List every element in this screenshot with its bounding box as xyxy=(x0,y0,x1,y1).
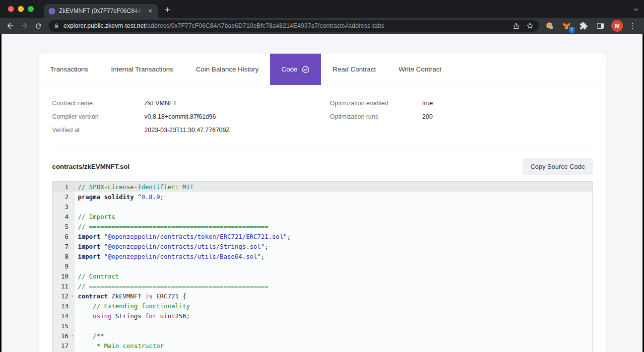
line-number[interactable]: 17 xyxy=(53,341,74,351)
code-line: 3 xyxy=(53,202,592,211)
minimize-window-button[interactable] xyxy=(18,6,24,12)
favicon xyxy=(48,7,56,15)
info-label: Contract name: xyxy=(52,100,144,107)
copy-source-code-button[interactable]: Copy Source Code xyxy=(522,158,593,175)
bookmark-star-icon[interactable] xyxy=(526,22,534,30)
line-number[interactable]: 5 xyxy=(53,221,74,231)
info-row: Verified at2023-03-23T11:30:47.776709Z xyxy=(52,123,330,137)
info-value: 200 xyxy=(422,113,433,120)
tab-label: Read Contract xyxy=(332,66,376,73)
section-divider xyxy=(52,147,593,147)
source-file-name: contracts/zkEVMNFT.sol xyxy=(52,163,129,170)
line-number[interactable]: 9 xyxy=(53,261,74,271)
code-line: 13 // Extending functionality xyxy=(53,301,592,311)
tab-label: Write Contract xyxy=(399,66,442,73)
address-card: TransactionsInternal TransactionsCoin Ba… xyxy=(39,54,606,352)
code-line: 1// SPDX-License-Identifier: MIT xyxy=(53,182,592,192)
url-domain: explorer.public.zkevm-test.net xyxy=(64,22,145,29)
reload-icon[interactable] xyxy=(32,19,45,32)
tab-code[interactable]: Code xyxy=(270,54,321,85)
code-line: 6import "@openzeppelin/contracts/token/E… xyxy=(53,231,592,241)
code-line: 9 xyxy=(53,261,592,271)
code-line: 5// ====================================… xyxy=(53,221,592,231)
browser-menu-icon[interactable]: ⋮ xyxy=(628,21,637,30)
line-number[interactable]: 7 xyxy=(53,241,74,251)
extension-icons: 1 M ⋮ xyxy=(544,20,637,32)
check-circle-icon xyxy=(302,66,310,73)
code-line: 7import "@openzeppelin/contracts/utils/S… xyxy=(53,241,592,251)
code-line: 11// ===================================… xyxy=(53,281,592,291)
line-number[interactable]: 11 xyxy=(53,281,74,291)
fold-caret-icon[interactable]: ▾ xyxy=(71,334,73,338)
line-number[interactable]: 13 xyxy=(53,301,74,311)
explorer-page: TransactionsInternal TransactionsCoin Ba… xyxy=(1,34,643,352)
line-number[interactable]: 3 xyxy=(53,202,74,211)
metamask-badge: 1 xyxy=(569,27,575,33)
browser-tab-strip: ZkEVMNFT (0x7F77cF06C84A × + xyxy=(0,0,644,18)
tab-write-contract[interactable]: Write Contract xyxy=(387,54,453,85)
zoom-window-button[interactable] xyxy=(28,6,34,12)
info-value: ZkEVMNFT xyxy=(144,100,177,107)
code-line: 12▾contract ZkEVMNFT is ERC721 { xyxy=(53,291,592,301)
side-panel-icon[interactable] xyxy=(594,20,606,32)
line-number[interactable]: 2 xyxy=(53,192,74,202)
info-row: Optimization runs200 xyxy=(330,110,593,123)
tab-transactions[interactable]: Transactions xyxy=(39,54,100,85)
address-tabs: TransactionsInternal TransactionsCoin Ba… xyxy=(39,54,606,85)
code-line: 2pragma solidity ^0.8.9; xyxy=(53,192,592,202)
code-line: 14 using Strings for uint256; xyxy=(53,311,592,321)
code-line: 4// Imports xyxy=(53,211,592,221)
tab-close-icon[interactable]: × xyxy=(147,7,153,14)
info-label: Verified at xyxy=(52,127,144,134)
browser-tab[interactable]: ZkEVMNFT (0x7F77cF06C84A × xyxy=(44,4,158,18)
forward-icon[interactable] xyxy=(18,19,31,32)
tab-coin-balance-history[interactable]: Coin Balance History xyxy=(185,54,270,85)
url-path: /address/0x7F77cF06C84A7bae6D710eBfc78a4… xyxy=(145,22,384,29)
code-line: 17 * Main constructor xyxy=(53,341,592,351)
fold-caret-icon[interactable]: ▾ xyxy=(71,294,73,298)
info-value: true xyxy=(422,100,433,107)
url-bar[interactable]: explorer.public.zkevm-test.net/address/0… xyxy=(49,20,539,32)
info-value: v0.8.18+commit.87f61d96 xyxy=(144,113,216,120)
contract-info: Contract name:ZkEVMNFTCompiler versionv0… xyxy=(39,85,606,137)
close-window-button[interactable] xyxy=(8,6,14,12)
line-number[interactable]: 15 xyxy=(53,321,74,331)
tab-search-chevron-icon[interactable] xyxy=(633,6,639,15)
info-value: 2023-03-23T11:30:47.776709Z xyxy=(144,127,230,134)
line-number[interactable]: 1 xyxy=(53,182,74,192)
metamask-extension-icon[interactable]: 1 xyxy=(561,20,573,32)
line-number[interactable]: 16▾ xyxy=(53,331,74,341)
code-line: 8import "@openzeppelin/contracts/utils/B… xyxy=(53,251,592,261)
info-row: Contract name:ZkEVMNFT xyxy=(52,96,330,110)
line-number[interactable]: 10 xyxy=(53,271,74,281)
line-number[interactable]: 12▾ xyxy=(53,291,74,301)
profile-avatar[interactable]: M xyxy=(611,20,623,32)
tab-read-contract[interactable]: Read Contract xyxy=(321,54,387,85)
tab-label: Coin Balance History xyxy=(196,66,258,73)
tab-title: ZkEVMNFT (0x7F77cF06C84A xyxy=(59,7,144,14)
info-label: Compiler version xyxy=(52,113,144,120)
line-number[interactable]: 6 xyxy=(53,231,74,241)
window-controls xyxy=(8,6,34,12)
extensions-puzzle-icon[interactable] xyxy=(578,20,589,32)
info-label: Optimization enabled xyxy=(330,100,422,107)
new-tab-button[interactable]: + xyxy=(165,5,170,15)
line-number[interactable]: 8 xyxy=(53,251,74,261)
info-row: Optimization enabledtrue xyxy=(330,96,593,110)
tab-label: Internal Transactions xyxy=(111,66,173,73)
line-number[interactable]: 14 xyxy=(53,311,74,321)
wallet-extension-icon[interactable] xyxy=(544,20,556,32)
info-label: Optimization runs xyxy=(330,113,422,120)
code-line: 10// Contract xyxy=(53,271,592,281)
back-icon[interactable] xyxy=(4,19,17,32)
source-code-viewer[interactable]: 1// SPDX-License-Identifier: MIT2pragma … xyxy=(52,181,593,352)
lock-icon[interactable] xyxy=(54,23,60,29)
share-icon[interactable] xyxy=(513,22,520,30)
info-row: Compiler versionv0.8.18+commit.87f61d96 xyxy=(52,110,330,123)
contract-info-left: Contract name:ZkEVMNFTCompiler versionv0… xyxy=(52,96,330,137)
tab-label: Code xyxy=(281,66,297,73)
tab-label: Transactions xyxy=(50,66,88,73)
tab-internal-transactions[interactable]: Internal Transactions xyxy=(100,54,185,85)
line-number[interactable]: 4 xyxy=(53,211,74,221)
code-line: 16▾ /** xyxy=(53,331,592,341)
